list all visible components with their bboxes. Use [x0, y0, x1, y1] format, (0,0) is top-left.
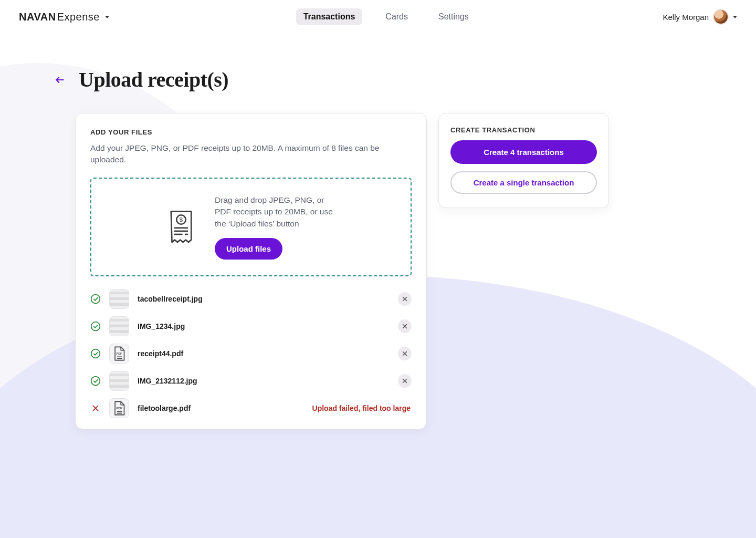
upload-section-title: ADD YOUR FILES — [90, 128, 412, 136]
file-name: IMG_1234.jpg — [138, 322, 390, 330]
file-row: tacobellreceipt.jpg — [90, 289, 412, 309]
tab-cards[interactable]: Cards — [378, 8, 415, 25]
file-row: IMG_1234.jpg — [90, 316, 412, 336]
chevron-down-icon — [105, 16, 109, 18]
tab-transactions[interactable]: Transactions — [296, 8, 363, 25]
chevron-down-icon — [733, 16, 737, 18]
svg-text:PDF: PDF — [116, 353, 122, 356]
remove-file-button[interactable] — [398, 374, 412, 388]
file-error-message: Upload failed, filed too large — [312, 404, 412, 412]
image-thumbnail — [109, 371, 129, 391]
remove-file-button[interactable] — [398, 292, 412, 306]
check-circle-icon — [90, 348, 101, 359]
top-bar: NAVANExpense Transactions Cards Settings… — [0, 0, 756, 32]
brand-switcher[interactable]: NAVANExpense — [19, 11, 109, 23]
remove-file-button[interactable] — [398, 319, 412, 333]
page-title: Upload receipt(s) — [79, 67, 228, 92]
image-thumbnail — [109, 289, 129, 309]
upload-hint: Add your JPEG, PNG, or PDF receipts up t… — [90, 142, 412, 166]
user-name: Kelly Morgan — [663, 13, 709, 22]
file-row: IMG_2132112.jpg — [90, 371, 412, 391]
file-list: tacobellreceipt.jpgIMG_1234.jpgPDFreceip… — [90, 289, 412, 418]
create-transaction-card: CREATE TRANSACTION Create 4 transactions… — [438, 113, 609, 208]
brand-name: NAVAN — [19, 11, 56, 23]
tab-settings[interactable]: Settings — [431, 8, 476, 25]
upload-card: ADD YOUR FILES Add your JPEG, PNG, or PD… — [75, 113, 427, 429]
svg-text:PDF: PDF — [116, 407, 122, 410]
avatar — [713, 9, 729, 25]
svg-point-7 — [91, 295, 100, 304]
file-row: PDFfiletoolarge.pdfUpload failed, filed … — [90, 398, 412, 418]
primary-nav: Transactions Cards Settings — [296, 8, 476, 25]
dropzone-text: Drag and drop JPEG, PNG, or PDF receipts… — [215, 194, 335, 230]
pdf-file-icon: PDF — [109, 398, 129, 418]
svg-point-19 — [91, 377, 100, 386]
svg-point-10 — [91, 322, 100, 331]
file-name: receipt44.pdf — [138, 349, 390, 358]
receipt-icon: $ — [166, 209, 196, 245]
file-dropzone[interactable]: $ Drag and drop JPEG, PNG, or PDF receip… — [90, 178, 412, 276]
pdf-file-icon: PDF — [109, 344, 129, 364]
image-thumbnail — [109, 316, 129, 336]
check-circle-icon — [90, 321, 101, 332]
brand-product: Expense — [57, 11, 100, 23]
user-menu[interactable]: Kelly Morgan — [663, 9, 737, 25]
back-button[interactable] — [52, 73, 67, 87]
brand-logo: NAVANExpense — [19, 11, 100, 23]
check-circle-icon — [90, 294, 101, 304]
file-name: filetoolarge.pdf — [138, 404, 304, 412]
svg-text:$: $ — [180, 217, 183, 223]
file-row: PDFreceipt44.pdf — [90, 344, 412, 364]
file-name: IMG_2132112.jpg — [138, 377, 390, 385]
arrow-left-icon — [55, 75, 65, 85]
upload-files-button[interactable]: Upload files — [215, 238, 282, 260]
create-section-title: CREATE TRANSACTION — [450, 126, 597, 134]
remove-file-button[interactable] — [398, 347, 412, 360]
create-single-transaction-button[interactable]: Create a single transaction — [450, 171, 597, 194]
file-name: tacobellreceipt.jpg — [138, 295, 390, 303]
error-icon — [90, 403, 101, 413]
create-multiple-transactions-button[interactable]: Create 4 transactions — [450, 140, 597, 164]
svg-point-13 — [91, 349, 100, 358]
check-circle-icon — [90, 376, 101, 386]
